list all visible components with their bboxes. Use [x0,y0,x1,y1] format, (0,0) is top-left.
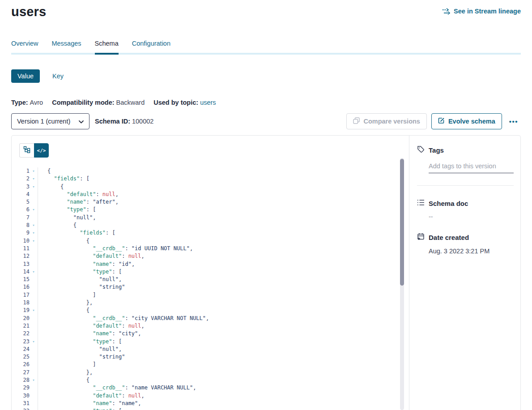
code-text: "__crdb__": "id UUID NOT NULL", [38,245,193,252]
line-number: 14 [12,268,30,276]
code-text: "string" [38,353,125,361]
fold-toggle-icon[interactable]: ▾ [30,407,38,410]
fold-spacer [30,245,38,252]
fold-toggle-icon[interactable]: ▾ [30,338,38,346]
code-line: 13 "name": "id", [12,261,409,268]
editor-scrollbar[interactable] [400,158,404,410]
fold-toggle-icon[interactable]: ▾ [30,183,38,191]
line-gutter: 7 [12,214,38,222]
tab-schema[interactable]: Schema [95,40,119,55]
code-line: 22 "name": "city", [12,330,409,337]
code-text: ] [38,361,96,368]
code-editor-content[interactable]: 1▾{2▾ "fields": [3▾ {4 "default": null,5… [12,167,409,410]
code-line: 4 "default": null, [12,191,409,198]
line-number: 7 [12,214,30,222]
fold-spacer [30,353,38,361]
schema-editor: </> 1▾{2▾ "fields": [3▾ {4 "default": nu… [12,136,409,410]
code-view-icon: </> [37,148,46,154]
version-select[interactable]: Version 1 (current) [11,113,89,129]
code-line: 15 "null", [12,276,409,283]
stream-lineage-link[interactable]: See in Stream lineage [443,8,521,15]
date-created-section: Date created Aug. 3 2022 3:21 PM [417,233,514,255]
code-line: 25 "string" [12,353,409,361]
tab-messages[interactable]: Messages [51,40,81,53]
schema-doc-section: Schema doc -- [417,199,514,220]
tree-view-button[interactable] [19,143,34,158]
code-text: "name": "after", [38,198,119,206]
code-text: "null", [38,346,122,353]
version-bar: Version 1 (current) Schema ID:100002 Com… [11,113,521,129]
code-view-button[interactable]: </> [34,143,49,158]
value-tab-button[interactable]: Value [11,69,40,83]
tags-heading: Tags [429,146,444,154]
fold-spacer [30,384,38,392]
code-text: "fields": [ [38,229,115,237]
code-text: ] [38,291,96,299]
evolve-schema-button[interactable]: Evolve schema [431,113,502,129]
code-line: 17 ] [12,291,409,299]
fold-toggle-icon[interactable]: ▾ [30,175,38,183]
code-text: { [38,167,51,175]
date-created-header: Date created [417,233,514,242]
code-line: 8▾ { [12,222,409,229]
fold-toggle-icon[interactable]: ▾ [30,229,38,237]
line-number: 6 [12,206,30,214]
key-tab-button[interactable]: Key [52,73,64,80]
copy-icon [353,117,360,125]
more-options-button[interactable]: ••• [506,116,521,127]
fold-toggle-icon[interactable]: ▾ [30,307,38,314]
line-gutter: 20 [12,315,38,322]
fold-spacer [30,214,38,222]
code-line: 23▾ "type": [ [12,338,409,346]
schema-id-label: Schema ID: [95,118,130,125]
line-number: 19 [12,307,30,314]
editor-view-toggle: </> [19,143,49,158]
code-line: 12 "default": null, [12,252,409,260]
line-number: 10 [12,237,30,245]
line-gutter: 16 [12,283,38,291]
code-text: "default": null, [38,322,145,330]
fold-spacer [30,191,38,198]
tab-overview[interactable]: Overview [11,40,38,53]
code-line: 19▾ { [12,307,409,314]
line-number: 23 [12,338,30,346]
fold-spacer [30,291,38,299]
fold-toggle-icon[interactable]: ▾ [30,167,38,175]
line-gutter: 18 [12,299,38,307]
code-line: 16 "string" [12,283,409,291]
line-gutter: 5 [12,198,38,206]
fold-toggle-icon[interactable]: ▾ [30,222,38,229]
line-gutter: 17 [12,291,38,299]
line-number: 24 [12,346,30,353]
code-text: "name": "id", [38,261,135,268]
fold-toggle-icon[interactable]: ▾ [30,268,38,276]
line-number: 3 [12,183,30,191]
code-line: 26 ] [12,361,409,368]
compare-versions-button[interactable]: Compare versions [346,113,427,129]
tab-configuration[interactable]: Configuration [132,40,170,53]
tag-icon [417,145,425,155]
fold-spacer [30,400,38,407]
line-gutter: 4 [12,191,38,198]
code-line: 29 "__crdb__": "name VARCHAR NULL", [12,384,409,392]
compatibility-mode: Compatibility mode:Backward [52,99,145,106]
fold-toggle-icon[interactable]: ▾ [30,376,38,384]
code-text: "fields": [ [38,175,89,183]
fold-toggle-icon[interactable]: ▾ [30,237,38,245]
line-gutter: 21 [12,322,38,330]
used-by-topic-link[interactable]: users [200,99,216,106]
used-by-topic: Used by topic:users [153,99,216,106]
line-number: 29 [12,384,30,392]
code-text: "null", [38,276,122,283]
line-gutter: 2▾ [12,175,38,183]
line-gutter: 28▾ [12,376,38,384]
tags-section-header: Tags [417,145,514,155]
schema-type: Type:Avro [11,99,43,106]
fold-toggle-icon[interactable]: ▾ [30,206,38,214]
code-line: 32▾ "type": [ [12,407,409,410]
code-text: "type": [ [38,338,122,346]
scrollbar-thumb[interactable] [400,159,404,286]
add-tags-input[interactable] [429,161,514,173]
line-gutter: 1▾ [12,167,38,175]
code-text: "type": [ [38,407,122,410]
